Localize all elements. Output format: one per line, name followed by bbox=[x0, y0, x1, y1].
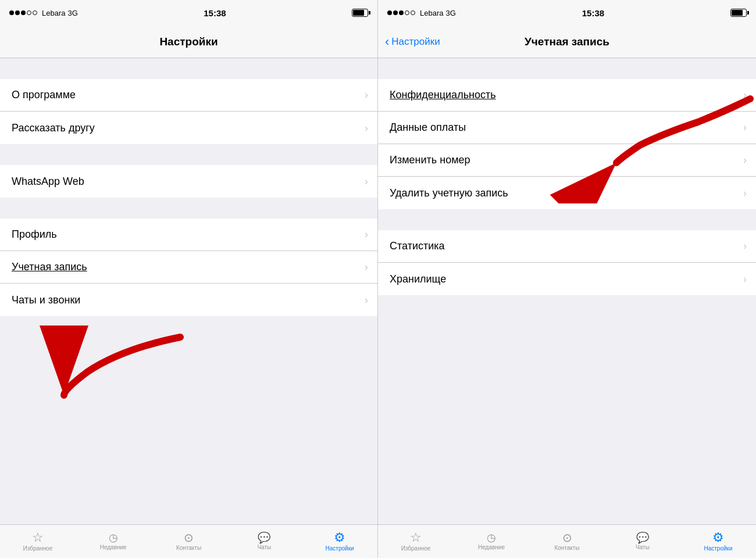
chats-calls-chevron: › bbox=[365, 294, 368, 306]
contacts-icon-right: ⊙ bbox=[562, 532, 572, 543]
list-item-whatsapp-web[interactable]: WhatsApp Web › bbox=[0, 165, 377, 198]
list-item-stats[interactable]: Статистика › bbox=[378, 230, 756, 263]
nav-back-button[interactable]: ‹ Настройки bbox=[385, 35, 440, 48]
list-item-storage[interactable]: Хранилище › bbox=[378, 263, 756, 295]
recent-label-right: Недавние bbox=[478, 544, 505, 550]
tell-friend-chevron: › bbox=[365, 122, 368, 134]
stats-label: Статистика bbox=[390, 240, 445, 252]
section-gap-1 bbox=[0, 58, 377, 79]
list-item-chats-calls[interactable]: Чаты и звонки › bbox=[0, 284, 377, 316]
privacy-label: Конфиденциальность bbox=[390, 89, 496, 101]
tab-favorites-left[interactable]: ☆ Избранное bbox=[0, 525, 76, 558]
about-chevron: › bbox=[365, 89, 368, 101]
recent-icon-left: ◷ bbox=[109, 532, 118, 543]
profile-label: Профиль bbox=[12, 228, 57, 241]
left-network: 3G bbox=[67, 9, 77, 17]
change-number-label: Изменить номер bbox=[390, 154, 470, 166]
section-gap-2 bbox=[0, 144, 377, 165]
chats-icon-left: 💬 bbox=[258, 532, 270, 543]
right-carrier: Lebara bbox=[420, 9, 443, 17]
account-chevron: › bbox=[365, 261, 368, 273]
tab-favorites-right[interactable]: ☆ Избранное bbox=[378, 525, 454, 558]
right-section-gap-2 bbox=[378, 209, 756, 230]
left-nav-title: Настройки bbox=[159, 35, 217, 48]
storage-chevron: › bbox=[743, 273, 747, 285]
rdot1 bbox=[387, 10, 392, 15]
battery-icon bbox=[352, 9, 368, 17]
left-status-bar: Lebara 3G 15:38 bbox=[0, 0, 377, 26]
left-section-1: О программе › Рассказать другу › bbox=[0, 79, 377, 144]
tab-chats-right[interactable]: 💬 Чаты bbox=[605, 525, 680, 558]
list-item-change-number[interactable]: Изменить номер › bbox=[378, 144, 756, 177]
tab-contacts-left[interactable]: ⊙ Контакты bbox=[151, 525, 227, 558]
left-section-3: Профиль › Учетная запись › Чаты и звонки… bbox=[0, 219, 377, 316]
signal-dots bbox=[9, 10, 37, 15]
favorites-icon-left: ☆ bbox=[32, 531, 44, 544]
chats-calls-label: Чаты и звонки bbox=[12, 294, 80, 306]
contacts-label-left: Контакты bbox=[176, 545, 201, 551]
list-item-delete-account[interactable]: Удалить учетную запись › bbox=[378, 177, 756, 209]
left-battery bbox=[352, 9, 368, 17]
favorites-label-right: Избранное bbox=[401, 545, 431, 552]
about-label: О программе bbox=[12, 89, 76, 101]
settings-icon-right: ⚙ bbox=[712, 531, 724, 544]
delete-account-label: Удалить учетную запись bbox=[390, 187, 508, 199]
settings-label-left: Настройки bbox=[326, 545, 354, 552]
left-section-2: WhatsApp Web › bbox=[0, 165, 377, 198]
tab-settings-left[interactable]: ⚙ Настройки bbox=[302, 525, 377, 558]
tab-chats-left[interactable]: 💬 Чаты bbox=[226, 525, 302, 558]
privacy-chevron: › bbox=[743, 89, 747, 101]
left-tab-bar: ☆ Избранное ◷ Недавние ⊙ Контакты 💬 Чаты… bbox=[0, 524, 377, 558]
list-item-profile[interactable]: Профиль › bbox=[0, 219, 377, 251]
left-signal-area: Lebara 3G bbox=[9, 9, 78, 17]
stats-chevron: › bbox=[743, 240, 747, 252]
settings-icon-left: ⚙ bbox=[334, 531, 345, 544]
settings-label-right: Настройки bbox=[704, 545, 732, 552]
payment-chevron: › bbox=[743, 121, 747, 134]
battery-fill bbox=[353, 10, 364, 16]
contacts-label-right: Контакты bbox=[554, 545, 579, 551]
whatsapp-web-chevron: › bbox=[365, 176, 368, 188]
left-panel: Lebara 3G 15:38 Настройки О программе › bbox=[0, 0, 378, 558]
right-nav-title: Учетная запись bbox=[525, 35, 609, 48]
right-signal-area: Lebara 3G bbox=[387, 9, 456, 17]
change-number-chevron: › bbox=[743, 154, 747, 166]
dot1 bbox=[9, 10, 14, 15]
back-chevron: ‹ bbox=[385, 35, 389, 48]
left-carrier: Lebara bbox=[42, 9, 65, 17]
favorites-icon-right: ☆ bbox=[410, 531, 422, 544]
tell-friend-label: Рассказать другу bbox=[12, 122, 95, 134]
chats-label-right: Чаты bbox=[636, 544, 650, 550]
whatsapp-web-label: WhatsApp Web bbox=[12, 176, 84, 188]
dot5 bbox=[33, 10, 37, 15]
right-section-2: Статистика › Хранилище › bbox=[378, 230, 756, 295]
dot3 bbox=[21, 10, 26, 15]
right-battery-icon bbox=[730, 9, 747, 17]
tab-recent-right[interactable]: ◷ Недавние bbox=[454, 525, 529, 558]
delete-account-chevron: › bbox=[743, 187, 747, 199]
left-nav-bar: Настройки bbox=[0, 26, 377, 58]
right-signal-dots bbox=[387, 10, 415, 15]
right-section-1: Конфиденциальность › Данные оплаты › Изм… bbox=[378, 79, 756, 209]
tab-recent-left[interactable]: ◷ Недавние bbox=[76, 525, 151, 558]
dot2 bbox=[15, 10, 20, 15]
rdot3 bbox=[399, 10, 404, 15]
chats-icon-right: 💬 bbox=[636, 532, 649, 543]
list-item-tell-friend[interactable]: Рассказать другу › bbox=[0, 112, 377, 144]
back-label: Настройки bbox=[391, 36, 440, 48]
recent-icon-right: ◷ bbox=[487, 532, 496, 543]
tab-settings-right[interactable]: ⚙ Настройки bbox=[680, 525, 756, 558]
dot4 bbox=[27, 10, 31, 15]
list-item-payment[interactable]: Данные оплаты › bbox=[378, 112, 756, 144]
tab-contacts-right[interactable]: ⊙ Контакты bbox=[529, 525, 605, 558]
chats-label-left: Чаты bbox=[257, 544, 271, 550]
right-time: 15:38 bbox=[582, 8, 604, 18]
contacts-icon-left: ⊙ bbox=[184, 532, 194, 543]
list-item-privacy[interactable]: Конфиденциальность › bbox=[378, 79, 756, 112]
left-list-content: О программе › Рассказать другу › WhatsAp… bbox=[0, 58, 377, 524]
right-battery-fill bbox=[732, 10, 743, 16]
section-gap-3 bbox=[0, 198, 377, 219]
list-item-account[interactable]: Учетная запись › bbox=[0, 251, 377, 284]
list-item-about[interactable]: О программе › bbox=[0, 79, 377, 112]
right-status-bar: Lebara 3G 15:38 bbox=[378, 0, 756, 26]
